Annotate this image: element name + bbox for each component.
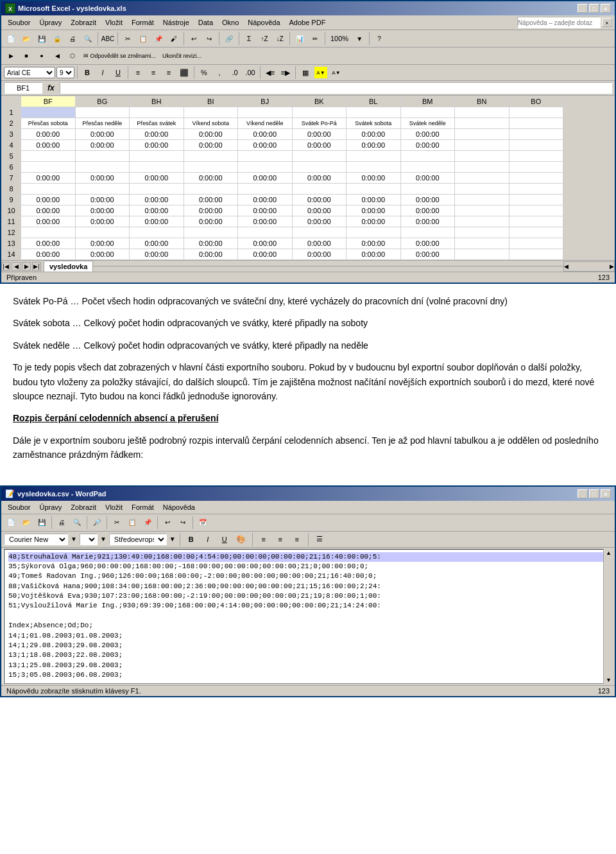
sort-desc-button[interactable]: ↓Z: [273, 31, 287, 46]
wp-open-btn[interactable]: 📂: [19, 516, 33, 530]
cell-bo1[interactable]: [509, 107, 563, 118]
horizontal-scrollbar[interactable]: ◀ ▶: [563, 261, 615, 272]
cell-bg1[interactable]: [75, 107, 130, 118]
col-header-bi[interactable]: BI: [184, 96, 238, 107]
cell-bn1[interactable]: [455, 107, 509, 118]
col-header-bl[interactable]: BL: [346, 96, 401, 107]
open-button[interactable]: 📂: [19, 31, 33, 46]
cell-bk1[interactable]: [292, 107, 346, 118]
col-header-bg[interactable]: BG: [75, 96, 130, 107]
align-left-btn[interactable]: ≡: [131, 66, 145, 79]
cell-bk2[interactable]: Svátek Po-Pá: [292, 118, 346, 129]
indent-decrease-btn[interactable]: ◀≡: [263, 66, 277, 79]
font-size-select[interactable]: 9: [56, 67, 74, 78]
menu-soubor[interactable]: Soubor: [4, 17, 34, 28]
menu-nastroje[interactable]: Nástroje: [159, 17, 193, 28]
menu-napoveda[interactable]: Nápověda: [244, 17, 284, 28]
wordpad-content[interactable]: 48;Strouhalová Marie;921;130:49:00;168:0…: [4, 549, 612, 684]
sheet-tab-vysledovka[interactable]: vysledovka: [44, 261, 93, 272]
align-right-btn[interactable]: ≡: [162, 66, 176, 79]
fill-color-btn[interactable]: A▼: [314, 66, 328, 79]
wp-scroll-up-btn[interactable]: ▲: [604, 549, 613, 557]
wp-minimize-btn[interactable]: _: [578, 489, 588, 498]
cell-bj2[interactable]: Víkend neděle: [238, 118, 293, 129]
menu-okno[interactable]: Okno: [218, 17, 243, 28]
cell-bm1[interactable]: [400, 107, 455, 118]
wp-menu-upravy[interactable]: Úpravy: [35, 502, 65, 512]
hyperlink-button[interactable]: 🔗: [222, 31, 236, 46]
scroll-right-btn[interactable]: ▶: [610, 263, 614, 270]
wp-maximize-btn[interactable]: □: [589, 489, 599, 498]
percent-btn[interactable]: %: [197, 66, 211, 79]
wp-preview-btn[interactable]: 🔍: [70, 516, 84, 530]
wp-new-btn[interactable]: 📄: [4, 516, 18, 530]
tb2-btn3[interactable]: ●: [35, 49, 49, 63]
wp-italic-btn[interactable]: I: [201, 533, 215, 546]
col-header-bj[interactable]: BJ: [238, 96, 293, 107]
preview-button[interactable]: 🔍: [81, 31, 95, 46]
menu-vlozit[interactable]: Vložit: [101, 17, 126, 28]
wp-bold-btn[interactable]: B: [184, 533, 198, 546]
close-button[interactable]: ×: [601, 4, 611, 13]
sheet-nav-next[interactable]: ▶: [22, 262, 31, 271]
font-name-select[interactable]: Arial CE: [4, 67, 55, 78]
wp-scroll-down-btn[interactable]: ▼: [604, 676, 613, 684]
cell-bo2[interactable]: [509, 118, 563, 129]
sheet-nav-prev[interactable]: ◀: [12, 262, 21, 271]
new-button[interactable]: 📄: [4, 31, 18, 46]
wp-align-right-btn[interactable]: ≡: [290, 533, 304, 546]
wp-size-select[interactable]: 10: [80, 534, 98, 545]
cut-button[interactable]: ✂: [121, 31, 135, 46]
wp-color-btn[interactable]: 🎨: [234, 533, 248, 546]
col-header-bk[interactable]: BK: [292, 96, 346, 107]
cell-bm2[interactable]: Svátek neděle: [400, 118, 455, 129]
zoom-dropdown[interactable]: ▼: [352, 31, 366, 46]
wp-font-dropdown-icon[interactable]: ▼: [71, 536, 77, 543]
name-box[interactable]: [4, 82, 42, 94]
redo-button[interactable]: ↪: [202, 31, 216, 46]
font-color-btn[interactable]: A▼: [329, 66, 343, 79]
wp-menu-soubor[interactable]: Soubor: [4, 502, 34, 512]
chart-button[interactable]: 📊: [293, 31, 307, 46]
permission-button[interactable]: 🔒: [50, 31, 64, 46]
col-header-bm[interactable]: BM: [400, 96, 455, 107]
wp-copy-btn[interactable]: 📋: [125, 516, 139, 530]
minimize-button[interactable]: _: [578, 4, 588, 13]
wp-date-btn[interactable]: 📅: [196, 516, 210, 530]
wp-charset-dropdown-icon[interactable]: ▼: [169, 536, 176, 543]
autosum-button[interactable]: Σ: [242, 31, 256, 46]
col-header-bn[interactable]: BN: [455, 96, 509, 107]
cell-bf2[interactable]: Přesčas sobota: [21, 118, 76, 129]
wp-menu-napoveda[interactable]: Nápověda: [159, 502, 199, 512]
wp-close-btn[interactable]: ×: [601, 489, 611, 498]
wp-find-btn[interactable]: 🔎: [90, 516, 104, 530]
tb2-btn2[interactable]: ■: [19, 49, 33, 63]
wp-undo-btn[interactable]: ↩: [160, 516, 175, 530]
cell-bg2[interactable]: Přesčas neděle: [75, 118, 130, 129]
menu-upravy[interactable]: Úpravy: [35, 17, 65, 28]
wp-size-dropdown-icon[interactable]: ▼: [100, 536, 107, 543]
align-center-btn[interactable]: ≡: [146, 66, 160, 79]
scroll-left-btn[interactable]: ◀: [564, 263, 569, 270]
cell-bh2[interactable]: Přesčas svátek: [130, 118, 184, 129]
cell-bl1[interactable]: [346, 107, 401, 118]
border-btn[interactable]: ▦: [298, 66, 312, 79]
cell-bf1[interactable]: [21, 107, 76, 118]
sort-asc-button[interactable]: ↑Z: [257, 31, 271, 46]
drawing-button[interactable]: ✏: [308, 31, 322, 46]
wp-menu-zobrazit[interactable]: Zobrazit: [67, 502, 100, 512]
col-header-bf[interactable]: BF: [21, 96, 76, 107]
col-header-bh[interactable]: BH: [130, 96, 184, 107]
wp-paste-btn[interactable]: 📌: [141, 516, 155, 530]
formula-input[interactable]: [60, 82, 612, 94]
cell-bn2[interactable]: [455, 118, 509, 129]
row-header-2[interactable]: 2: [2, 118, 21, 129]
bold-button[interactable]: B: [80, 66, 94, 79]
wp-cut-btn[interactable]: ✂: [110, 516, 124, 530]
tb2-btn1[interactable]: ▶: [4, 49, 18, 63]
row-header-1[interactable]: 1: [2, 107, 21, 118]
spell-button[interactable]: ABC: [101, 31, 115, 46]
merge-btn[interactable]: ⬛: [177, 66, 191, 79]
wp-redo-btn[interactable]: ↪: [176, 516, 190, 530]
undo-button[interactable]: ↩: [187, 31, 201, 46]
